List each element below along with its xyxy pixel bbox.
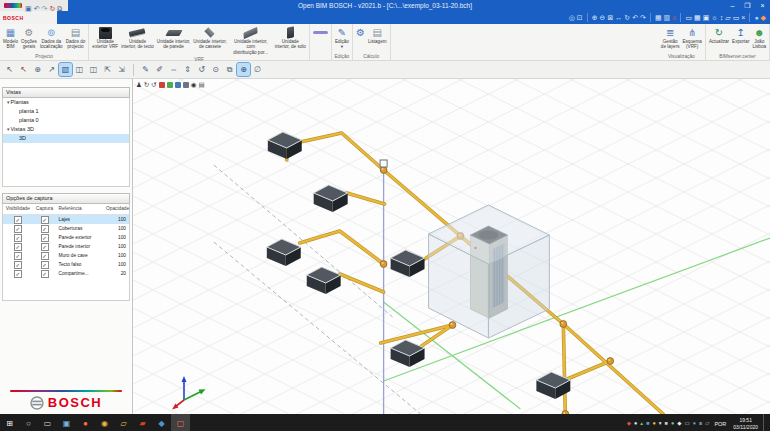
measure-icon[interactable]: ↕ [720,11,724,24]
red-axis-view-icon[interactable] [159,82,165,88]
tray-icon-6[interactable]: ▾ [659,414,662,431]
report-icon[interactable]: ▥ [664,11,671,24]
tag-icon[interactable]: ▱ [725,11,730,24]
erase-icon[interactable]: ✐ [153,63,166,76]
checkbox[interactable]: ✓ [14,234,22,242]
next-view-icon[interactable]: ↷ [640,11,646,24]
chrome-app[interactable]: ◉ [95,414,114,431]
ribbon-button-edicao[interactable]: ✎Edição ▾ [334,25,350,51]
select-icon[interactable]: ↖ [3,63,16,76]
checkbox[interactable]: ✓ [41,261,49,269]
select-window-icon[interactable]: ⊕ [31,63,44,76]
checkbox[interactable]: ✓ [14,252,22,260]
ribbon-button-opcoes-gerais[interactable]: ⚙Opções gerais [20,25,38,51]
viewport-3d[interactable]: ♟↻↺◉▤ [133,79,770,414]
caret-icon[interactable]: ▾ [7,99,10,105]
table-row[interactable]: ✓✓Tecto falso100 [3,260,129,269]
powerpoint-app[interactable]: ▰ [133,414,152,431]
table-row[interactable]: ✓✓Compartime...20 [3,269,129,278]
minimize-button[interactable]: – [725,0,740,11]
grid-toggle-icon[interactable]: ▦ [694,11,701,24]
current-view-icon[interactable]: ▧ [59,63,72,76]
ribbon-button-esquema-vrf[interactable]: ⋔Esquema (VRF) [681,25,702,51]
language-indicator[interactable]: POR [712,421,728,427]
orbit-cw-icon[interactable]: ↻ [144,81,149,89]
tray-icon-13[interactable]: ▱ [705,414,709,431]
close-button[interactable]: × [755,0,770,11]
rotate-base-icon[interactable]: ⊙ [209,63,222,76]
ribbon-button-tubagem[interactable] [312,25,329,40]
ribbon-button-listagem[interactable]: ▤Listagem [367,25,388,45]
ribbon-button-unidade-interior-cassete[interactable]: Unidade interior, de cassete [192,25,227,51]
edit-pencil-icon[interactable]: ✎ [139,63,152,76]
tray-icon-7[interactable]: ■ [665,414,668,431]
checkbox[interactable]: ✓ [41,270,49,278]
save-icon[interactable]: ▣ [25,5,32,12]
table-row[interactable]: ✓✓Coberturas100 [3,224,129,233]
explorer-app[interactable]: ▱ [114,414,133,431]
store-app[interactable]: ◆ [152,414,171,431]
checkbox[interactable]: ✓ [14,243,22,251]
table-row[interactable]: ✓✓Parede interior100 [3,242,129,251]
redo-icon[interactable]: ↷ [42,5,48,12]
zoom-out-icon[interactable]: ⊖ [600,11,606,24]
ribbon-button-modelo-bim[interactable]: ▦Modelo BIM [2,25,19,51]
start-button[interactable]: ⊞ [0,414,19,431]
tray-icon-4[interactable]: ■ [646,414,649,431]
snap-icon[interactable]: ⊕ [237,63,250,76]
previous-view-icon[interactable]: ↶ [632,11,638,24]
close-tool-icon[interactable]: × [741,11,745,24]
tray-icon-9[interactable]: ◆ [677,414,681,431]
select-add-icon[interactable]: ↖ [17,63,30,76]
find-element-icon[interactable]: ◎ [569,11,575,24]
share-icon[interactable]: ⧉ [57,5,62,12]
walkthrough-icon[interactable]: ♟ [136,81,142,89]
tray-icon-12[interactable]: ≡ [699,414,702,431]
export-drawing-icon[interactable]: ⇲ [115,63,128,76]
monitor-icon[interactable]: ▣ [703,11,710,24]
help-icon[interactable]: ◆ [761,11,766,24]
sheet-icon[interactable]: ▤ [198,81,204,89]
import-drawing-icon[interactable]: ⇱ [101,63,114,76]
bimserver-globe-icon[interactable]: ● [754,11,758,24]
ribbon-button-unidade-interior-parede[interactable]: Unidade interior, de parede [156,25,191,51]
paste-view-icon[interactable]: ◫ [87,63,100,76]
ribbon-button-unidade-exterior-vrf[interactable]: Unidade exterior VRF [91,25,119,51]
tray-icon-8[interactable]: ● [671,414,674,431]
ribbon-button-unidade-interior-distribuicao[interactable]: Unidade interior, com distribuição por..… [229,25,273,56]
tray-icon-10[interactable]: ▭ [684,414,689,431]
checkbox[interactable]: ✓ [14,225,22,233]
checkbox[interactable]: ✓ [41,225,49,233]
copy-view-icon[interactable]: ◫ [73,63,86,76]
sun-icon[interactable]: ☼ [711,11,717,24]
ribbon-button-unidade-interior-tecto[interactable]: Unidade interior, de tecto [120,25,155,51]
checkbox[interactable]: ✓ [14,270,22,278]
search-button[interactable]: ○ [19,414,38,431]
rotate-icon[interactable]: ↺ [195,63,208,76]
zoom-in-icon[interactable]: ⊕ [592,11,598,24]
comment-icon[interactable]: ▭ [733,11,740,24]
search-text-icon[interactable]: ⊡ [577,11,583,24]
checkbox[interactable]: ✓ [14,261,22,269]
iso-view-icon[interactable] [183,82,189,88]
refresh-icon[interactable]: ↻ [49,5,55,12]
checkbox[interactable]: ✓ [41,243,49,251]
clock[interactable]: 19:51 03/11/2020 [731,417,760,430]
ribbon-button-gestao-layers[interactable]: ≣Gestão de layers [660,25,681,51]
ribbon-button-dados-localizacao[interactable]: ⊚Dados da localização [39,25,64,51]
orbit-icon[interactable]: ↻ [624,11,630,24]
home-view-icon[interactable]: ⌂ [672,11,676,24]
tray-icon-11[interactable]: ● [693,414,696,431]
table-row[interactable]: ✓✓Muro de cave100 [3,251,129,260]
ribbon-button-dados-projecto[interactable]: ▤Dados do projecto [65,25,87,51]
tables-icon[interactable]: ▦ [655,11,662,24]
tree-item-planta-1[interactable]: planta 1 [3,107,129,116]
move-vertical-icon[interactable]: ⇕ [181,63,194,76]
tree-item-plantas[interactable]: ▾Plantas [3,98,129,107]
green-axis-view-icon[interactable] [167,82,173,88]
outlook-app[interactable]: ▣ [57,414,76,431]
pan-icon[interactable]: ↔ [615,11,622,24]
openbim-bosch-app[interactable]: ▢ [171,414,190,431]
move-icon[interactable]: ⇔ [167,63,180,76]
section-plane-icon[interactable]: ∅ [251,63,264,76]
